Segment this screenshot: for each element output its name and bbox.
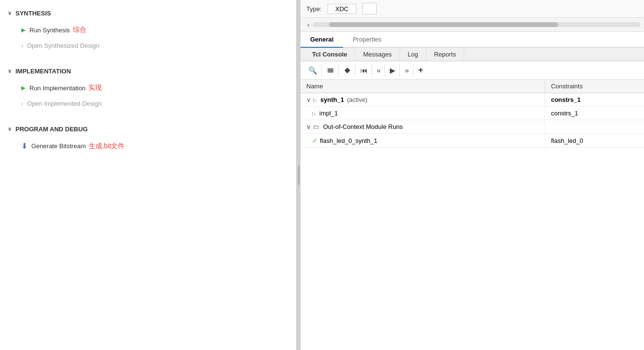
play-icon: ▶ [21,27,26,33]
next-button[interactable]: » [401,64,413,76]
tri-icon: ▷ [312,111,317,116]
check-icon: ✓ [312,137,318,144]
generate-bitstream-item[interactable]: ⬇ Generate Bitstream 生成.bit文件 [0,138,296,154]
toolbar-row: 🔍 ⏮ « ▶ » + [301,61,644,80]
tab-messages[interactable]: Messages [356,48,400,61]
constraints-value: flash_led_0 [551,137,583,144]
tab-general[interactable]: General [301,32,343,48]
expand-arrow-impl: › [21,100,23,107]
row-suffix: (active) [347,96,368,103]
run-synthesis-chinese: 综合 [73,26,86,34]
play-icon-impl: ▶ [21,84,26,91]
tab-row: General Properties [301,32,644,48]
table-area: Name Constraints ∨▷ synth_1(active)const… [301,80,644,350]
open-implemented-item[interactable]: › Open Implemented Design [0,96,296,111]
type-label: Type: [306,5,322,13]
run-implementation-label: Run Implementation [29,84,85,92]
table-row[interactable]: ▷ impl_1constrs_1 [301,107,644,120]
divider-handle [298,166,300,185]
add-button[interactable]: + [414,63,427,77]
col-constraints: Constraints [545,80,644,93]
constraints-value: constrs_1 [551,110,578,117]
collapse-all-button[interactable] [323,65,339,76]
row-name-text: flash_led_0_synth_1 [320,137,377,144]
tab-tcl-console[interactable]: Tcl Console [304,48,356,61]
bitstream-icon: ⬇ [21,141,27,151]
horizontal-scrollbar[interactable] [313,22,640,27]
search-button[interactable]: 🔍 [304,64,322,77]
prev-button[interactable]: « [373,64,385,76]
table-row[interactable]: ∨▷ synth_1(active)constrs_1 [301,93,644,107]
table-row[interactable]: ✓flash_led_0_synth_1flash_led_0 [301,134,644,148]
back-button[interactable]: ‹ [304,20,313,29]
run-implementation-item[interactable]: ▶ Run Implementation 实现 [0,80,296,96]
run-synthesis-item[interactable]: ▶ Run Synthesis 综合 [0,22,296,38]
tab-properties[interactable]: Properties [343,32,391,48]
svg-marker-4 [344,70,350,73]
col-name: Name [301,80,545,93]
folder-icon: 🗁 [313,123,321,130]
right-panel: Type: XDC ‹ General Properties Tcl Conso… [301,0,644,350]
play-button[interactable]: ▶ [386,64,400,77]
constraints-value: constrs_1 [551,96,580,103]
implementation-title: IMPLEMENTATION [15,68,71,75]
synthesis-title: SYNTHESIS [15,10,51,17]
tab-reports[interactable]: Reports [426,48,465,61]
open-synthesized-item[interactable]: › Open Synthesized Design [0,38,296,53]
program-debug-title: PROGRAM AND DEBUG [15,126,88,133]
implementation-header[interactable]: ∨ IMPLEMENTATION [0,63,296,80]
top-bar-extra-box[interactable] [362,3,377,14]
svg-marker-3 [344,68,350,70]
tri-icon: ▷ [313,97,318,103]
panel-divider[interactable] [297,0,301,350]
expand-all-icon [343,67,351,74]
synthesis-chevron: ∨ [8,10,12,16]
type-value[interactable]: XDC [328,4,356,14]
open-implemented-label: Open Implemented Design [27,100,102,107]
expand-chevron[interactable]: ∨ [306,123,311,130]
console-area: Tcl Console Messages Log Reports 🔍 [301,48,644,350]
top-bar: Type: XDC [301,0,644,18]
tab-log[interactable]: Log [400,48,426,61]
row-name-text: impl_1 [319,110,338,117]
run-synthesis-label: Run Synthesis [29,27,70,34]
program-debug-chevron: ∨ [8,126,12,132]
row-name-text: Out-of-Context Module Runs [323,123,403,130]
scrollbar-row: ‹ [301,18,644,32]
table-row[interactable]: ∨🗁 Out-of-Context Module Runs [301,120,644,134]
runs-table: Name Constraints ∨▷ synth_1(active)const… [301,80,644,148]
program-debug-header[interactable]: ∨ PROGRAM AND DEBUG [0,121,296,138]
synthesis-header[interactable]: ∨ SYNTHESIS [0,5,296,22]
row-name-text: synth_1 [320,96,344,103]
first-button[interactable]: ⏮ [356,64,372,76]
console-tabs: Tcl Console Messages Log Reports [301,48,644,61]
open-synthesized-label: Open Synthesized Design [27,42,99,49]
expand-arrow-synthesis: › [21,42,23,49]
scroll-thumb [329,22,559,27]
run-implementation-chinese: 实现 [88,84,102,92]
collapse-all-icon [327,67,334,74]
generate-bitstream-chinese: 生成.bit文件 [89,142,125,151]
expand-chevron[interactable]: ∨ [306,96,311,103]
expand-all-button[interactable] [340,65,356,76]
left-panel: ∨ SYNTHESIS ▶ Run Synthesis 综合 › Open Sy… [0,0,297,350]
generate-bitstream-label: Generate Bitstream [31,142,86,150]
implementation-chevron: ∨ [8,68,12,74]
